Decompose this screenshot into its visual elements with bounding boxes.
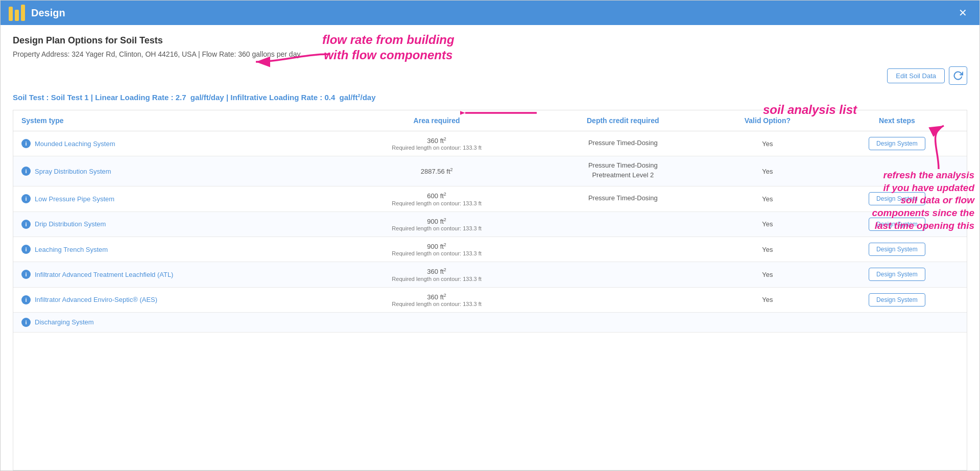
top-actions: Edit Soil Data	[13, 66, 967, 85]
logo-bar-3	[21, 5, 25, 21]
area-main: 360 ft2	[344, 136, 530, 145]
col-next-steps: Next steps	[827, 110, 967, 131]
title-bar: Design ✕	[1, 1, 979, 25]
area-sub: Required length on contour: 133.3 ft	[344, 301, 530, 307]
area-sub: Required length on contour: 133.3 ft	[344, 200, 530, 206]
systems-table: System type Area required Depth credit r…	[13, 110, 967, 333]
property-info: Property Address: 324 Yager Rd, Clinton,…	[13, 50, 967, 58]
table-row: i Infiltrator Advanced Enviro-Septic® (A…	[13, 287, 967, 312]
area-required-cell: 360 ft2Required length on contour: 133.3…	[336, 262, 538, 287]
valid-option-cell: Yes	[708, 156, 827, 186]
area-main: 2887.56 ft2	[344, 167, 530, 175]
area-main: 360 ft2	[344, 267, 530, 275]
depth-credit-cell: Pressure Timed-DosingPretreatment Level …	[538, 156, 708, 186]
area-sub: Required length on contour: 133.3 ft	[344, 145, 530, 151]
system-type-label: Spray Distribution System	[35, 168, 111, 175]
table-header-row: System type Area required Depth credit r…	[13, 110, 967, 131]
area-required-cell: 360 ft2Required length on contour: 133.3…	[336, 287, 538, 312]
main-window: Design ✕ Design Plan Options for Soil Te…	[0, 0, 980, 471]
depth-item: Pretreatment Level 2	[546, 171, 700, 179]
area-required-cell: 900 ft2Required length on contour: 133.3…	[336, 211, 538, 237]
area-sub: Required length on contour: 133.3 ft	[344, 276, 530, 282]
system-type-label: Infiltrator Advanced Enviro-Septic® (AES…	[35, 296, 157, 303]
design-system-button[interactable]: Design System	[869, 293, 925, 307]
system-type-cell: i Low Pressure Pipe System	[21, 194, 327, 203]
valid-option-cell: Yes	[708, 131, 827, 156]
logo-icon	[9, 5, 25, 21]
col-system-type: System type	[13, 110, 336, 131]
depth-credit-cell	[538, 237, 708, 262]
table-row: i Spray Distribution System 2887.56 ft2P…	[13, 156, 967, 186]
system-type-cell: i Mounded Leaching System	[21, 139, 327, 148]
depth-item: Pressure Timed-Dosing	[546, 161, 700, 169]
system-type-label: Infiltrator Advanced Treatment Leachfiel…	[35, 271, 173, 278]
area-main: 360 ft2	[344, 293, 530, 301]
info-icon[interactable]: i	[21, 270, 31, 279]
next-steps-cell: Design System	[827, 131, 967, 156]
system-type-label: Drip Distribution System	[35, 220, 106, 228]
area-main: 600 ft2	[344, 192, 530, 200]
system-type-cell: i Spray Distribution System	[21, 167, 327, 176]
depth-credit-cell	[538, 287, 708, 312]
valid-option-cell: Yes	[708, 186, 827, 211]
depth-credit-cell: Pressure Timed-Dosing	[538, 131, 708, 156]
area-required-cell: 2887.56 ft2	[336, 156, 538, 186]
depth-credit-cell	[538, 262, 708, 287]
table-row: i Drip Distribution System 900 ft2Requir…	[13, 211, 967, 237]
system-type-label: Discharging System	[35, 318, 94, 326]
next-steps-cell	[827, 312, 967, 332]
table-row: i Discharging System	[13, 312, 967, 332]
info-icon[interactable]: i	[21, 245, 31, 254]
logo-bar-2	[15, 10, 19, 21]
next-steps-cell: Design System	[827, 287, 967, 312]
next-steps-cell	[827, 156, 967, 186]
design-system-button[interactable]: Design System	[869, 192, 925, 205]
info-icon[interactable]: i	[21, 318, 31, 327]
info-icon[interactable]: i	[21, 139, 31, 148]
close-button[interactable]: ✕	[954, 5, 971, 21]
next-steps-cell: Design System	[827, 262, 967, 287]
system-type-cell: i Leaching Trench System	[21, 245, 327, 254]
area-required-cell: 360 ft2Required length on contour: 133.3…	[336, 131, 538, 156]
info-icon[interactable]: i	[21, 194, 31, 203]
depth-credit-cell	[538, 312, 708, 332]
system-type-cell: i Drip Distribution System	[21, 220, 327, 229]
soil-test-header: Soil Test : Soil Test 1 | Linear Loading…	[13, 91, 967, 104]
info-icon[interactable]: i	[21, 167, 31, 176]
table-row: i Mounded Leaching System 360 ft2Require…	[13, 131, 967, 156]
area-main: 900 ft2	[344, 242, 530, 250]
window-title: Design	[31, 7, 65, 19]
area-sub: Required length on contour: 133.3 ft	[344, 225, 530, 231]
table-row: i Infiltrator Advanced Treatment Leachfi…	[13, 262, 967, 287]
area-sub: Required length on contour: 133.3 ft	[344, 250, 530, 256]
design-system-button[interactable]: Design System	[869, 218, 925, 231]
depth-credit-cell	[538, 211, 708, 237]
refresh-icon	[953, 70, 963, 81]
system-type-label: Mounded Leaching System	[35, 140, 115, 148]
area-main: 900 ft2	[344, 217, 530, 225]
systems-table-container[interactable]: System type Area required Depth credit r…	[13, 110, 967, 470]
system-type-label: Leaching Trench System	[35, 246, 108, 253]
system-type-label: Low Pressure Pipe System	[35, 195, 114, 203]
content-area: Design Plan Options for Soil Tests Prope…	[1, 25, 979, 470]
depth-credit-cell: Pressure Timed-Dosing	[538, 186, 708, 211]
col-area-required: Area required	[336, 110, 538, 131]
system-type-cell: i Discharging System	[21, 318, 327, 327]
valid-option-cell	[708, 312, 827, 332]
table-row: i Leaching Trench System 900 ft2Required…	[13, 237, 967, 262]
col-depth-credit: Depth credit required	[538, 110, 708, 131]
info-icon[interactable]: i	[21, 220, 31, 229]
refresh-button[interactable]	[949, 66, 967, 85]
design-system-button[interactable]: Design System	[869, 268, 925, 281]
design-system-button[interactable]: Design System	[869, 137, 925, 150]
table-row: i Low Pressure Pipe System 600 ft2Requir…	[13, 186, 967, 211]
col-valid-option: Valid Option?	[708, 110, 827, 131]
area-required-cell	[336, 312, 538, 332]
area-required-cell: 900 ft2Required length on contour: 133.3…	[336, 237, 538, 262]
info-icon[interactable]: i	[21, 295, 31, 304]
page-title: Design Plan Options for Soil Tests	[13, 35, 967, 46]
depth-item: Pressure Timed-Dosing	[546, 194, 700, 202]
edit-soil-data-button[interactable]: Edit Soil Data	[887, 68, 945, 83]
design-system-button[interactable]: Design System	[869, 243, 925, 256]
next-steps-cell: Design System	[827, 237, 967, 262]
